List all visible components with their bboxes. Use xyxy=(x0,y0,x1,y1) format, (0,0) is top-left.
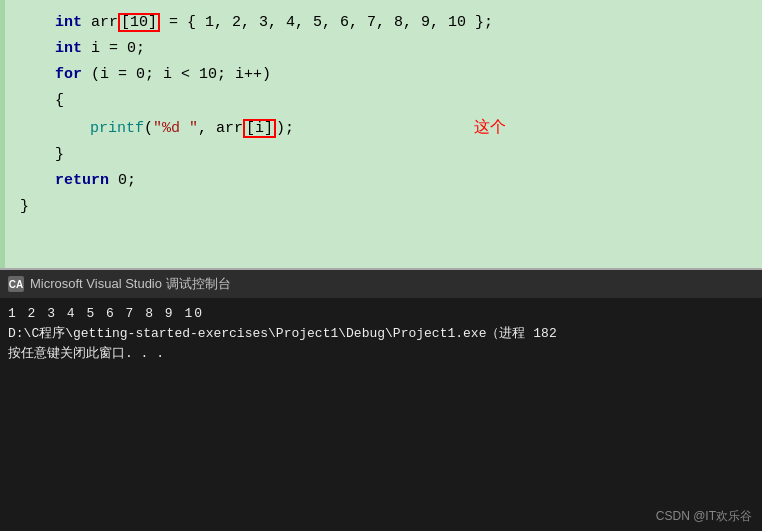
code-line-5: printf ( "%d " , arr [i] ); 这个 xyxy=(0,114,762,142)
console-body: 1 2 3 4 5 6 7 8 9 10 D:\C程序\getting-star… xyxy=(0,298,762,370)
console-titlebar: CA Microsoft Visual Studio 调试控制台 xyxy=(0,270,762,298)
code-open-brace: { xyxy=(55,88,64,114)
code-line-4: { xyxy=(0,88,762,114)
code-text-array-init: = { 1, 2, 3, 4, 5, 6, 7, 8, 9, 10 }; xyxy=(160,10,493,36)
code-printf-format: "%d " xyxy=(153,116,198,142)
code-line-1: int arr[10] = { 1, 2, 3, 4, 5, 6, 7, 8, … xyxy=(0,10,762,36)
code-text-i-init: i = 0; xyxy=(82,36,145,62)
watermark: CSDN @IT欢乐谷 xyxy=(656,508,752,525)
console-output-numbers: 1 2 3 4 5 6 7 8 9 10 xyxy=(8,304,754,324)
code-line-2: int i = 0; xyxy=(0,36,762,62)
console-output-path: D:\C程序\getting-started-exercises\Project… xyxy=(8,324,754,344)
code-close-brace-main: } xyxy=(20,194,29,220)
code-close-brace-for: } xyxy=(55,142,64,168)
code-text-arr: arr xyxy=(82,10,118,36)
highlight-arr-i: [i] xyxy=(243,119,276,138)
code-text-for-condition: (i = 0; i < 10; i++) xyxy=(82,62,271,88)
keyword-return: return xyxy=(55,168,109,194)
console-title: Microsoft Visual Studio 调试控制台 xyxy=(30,275,231,293)
code-printf-comma: , arr xyxy=(198,116,243,142)
code-line-6: } xyxy=(0,142,762,168)
code-line-8: } xyxy=(0,194,762,220)
console-output-press: 按任意键关闭此窗口. . . xyxy=(8,344,754,364)
console-icon: CA xyxy=(8,276,24,292)
code-line-5-container: printf ( "%d " , arr [i] ); 这个 xyxy=(0,114,762,142)
keyword-int-1: int xyxy=(55,10,82,36)
code-line-3: for (i = 0; i < 10; i++) xyxy=(0,62,762,88)
code-editor: int arr[10] = { 1, 2, 3, 4, 5, 6, 7, 8, … xyxy=(0,0,762,270)
code-line-7: return 0; xyxy=(0,168,762,194)
code-printf-close: ); xyxy=(276,116,294,142)
console-icon-label: CA xyxy=(9,279,23,290)
console-section: CA Microsoft Visual Studio 调试控制台 1 2 3 4… xyxy=(0,270,762,531)
keyword-for: for xyxy=(55,62,82,88)
highlight-arr-10: [10] xyxy=(118,13,160,32)
annotation-zhege: 这个 xyxy=(474,114,506,140)
keyword-int-2: int xyxy=(55,36,82,62)
code-text-return-val: 0; xyxy=(109,168,136,194)
function-printf: printf xyxy=(90,116,144,142)
code-printf-open: ( xyxy=(144,116,153,142)
